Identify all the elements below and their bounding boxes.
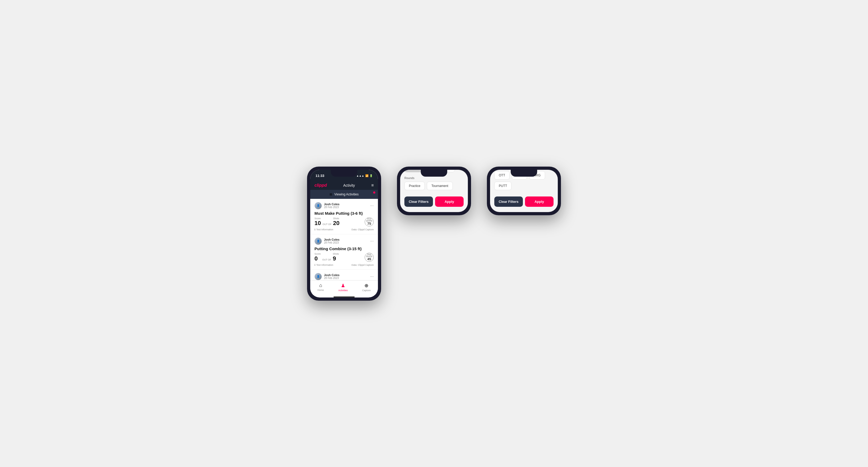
phone-2-inner: 11:33 ▲▲▲ 📶 🔋 clippd Activity ≡ ⊞ Viewin… (400, 170, 468, 212)
phones-container: 11:33 ▲▲▲ 📶 🔋 clippd Activity ≡ ⊞ Viewin… (307, 166, 561, 301)
user-name-2: Josh Coles (324, 238, 340, 241)
notch-1 (331, 170, 357, 177)
score-value-2: 0 (314, 255, 321, 262)
user-name-3: Josh Coles (324, 274, 340, 277)
shots-value-1: 20 (333, 220, 339, 227)
clear-filters-btn-3[interactable]: Clear Filters (494, 196, 523, 207)
wifi-icon: 📶 (365, 174, 368, 177)
filter-btn-putt-3[interactable]: PUTT (494, 182, 512, 190)
status-icons-1: ▲▲▲ 📶 🔋 (356, 174, 373, 177)
capture-icon-1: ⊕ (365, 283, 368, 288)
activity-footer-2: ℹ Test Information Data: Clippd Capture (314, 263, 374, 266)
nav-activities-1[interactable]: ♟ Activities (338, 283, 348, 292)
battery-icon: 🔋 (369, 174, 373, 177)
user-info-2: 👤 Josh Coles 28 Feb 2023 (314, 238, 340, 245)
activity-item-3-header: 👤 Josh Coles 28 Feb 2023 ··· (314, 273, 374, 280)
red-dot-1 (373, 191, 375, 193)
test-info-2: ℹ Test Information (314, 263, 333, 266)
stats-col-score-1: Score 10 (314, 217, 321, 227)
stats-col-shots-1: Shots 20 (333, 217, 339, 227)
capture-label-1: Capture (362, 289, 371, 292)
activity-footer-1: ℹ Test Information Data: Clippd Capture (314, 228, 374, 231)
notch-2 (421, 170, 447, 177)
activities-label-1: Activities (338, 289, 348, 292)
stats-col-shots-2: Shots 9 (333, 253, 339, 262)
activity-item-1-header: 👤 Josh Coles 28 Feb 2023 ··· (314, 202, 374, 210)
nav-home-1[interactable]: ⌂ Home (317, 283, 324, 291)
avatar-img-3: 👤 (315, 273, 321, 280)
phone-2: 11:33 ▲▲▲ 📶 🔋 clippd Activity ≡ ⊞ Viewin… (397, 166, 471, 215)
phone-3: 11:33 ▲▲▲ 📶 🔋 clippd Activity ≡ ⊞ Viewin… (487, 166, 561, 215)
sq-label-1: Shot Quality (365, 218, 373, 222)
shot-quality-badge-1: Shot Quality 75 (365, 217, 374, 226)
user-name-block-2: Josh Coles 28 Feb 2023 (324, 238, 340, 244)
activity-item-2-header: 👤 Josh Coles 28 Feb 2023 ··· (314, 238, 374, 245)
viewing-bar-1[interactable]: ⊞ Viewing Activities (310, 190, 378, 199)
app-title-1: Activity (343, 183, 355, 187)
filter-btn-tournament-2[interactable]: Tournament (427, 182, 453, 190)
user-name-block-1: Josh Coles 28 Feb 2023 (324, 203, 340, 209)
more-dots-2[interactable]: ··· (370, 239, 374, 244)
status-time-1: 11:33 (315, 174, 324, 178)
score-value-1: 10 (314, 220, 321, 227)
sq-value-1: 75 (365, 222, 373, 225)
user-date-2: 28 Feb 2023 (324, 241, 340, 244)
info-icon-1: ℹ (314, 228, 315, 231)
avatar-img-1: 👤 (315, 202, 321, 209)
avatar-3: 👤 (314, 273, 322, 280)
filter-rounds-label-2: Rounds (404, 176, 464, 180)
score-label-2: Score (314, 253, 321, 255)
shot-quality-col-1: Shot Quality 75 (365, 218, 373, 225)
apply-btn-3[interactable]: Apply (525, 196, 554, 207)
info-icon-2: ℹ (314, 263, 315, 266)
filter-btn-practice-2[interactable]: Practice (404, 182, 425, 190)
filter-btn-ott-3[interactable]: OTT (494, 171, 509, 180)
avatar-2: 👤 (314, 238, 322, 245)
clear-filters-btn-2[interactable]: Clear Filters (404, 196, 433, 207)
sq-value-2: 45 (365, 257, 373, 261)
viewing-bar-text-1: Viewing Activities (334, 192, 359, 196)
home-bar-1 (334, 297, 355, 298)
filter-icon-1: ⊞ (330, 192, 332, 196)
phone-3-inner: 11:33 ▲▲▲ 📶 🔋 clippd Activity ≡ ⊞ Viewin… (490, 170, 558, 212)
test-info-1: ℹ Test Information (314, 228, 333, 231)
more-dots-3[interactable]: ··· (370, 274, 374, 279)
stats-row-1: Score 10 OUT OF Shots 20 Shot Quality 75 (314, 217, 374, 227)
activity-list-1: 👤 Josh Coles 28 Feb 2023 ··· Must Make P… (310, 199, 378, 280)
more-dots-1[interactable]: ··· (370, 204, 374, 208)
activity-title-2: Putting Combine (3-15 ft) (314, 246, 374, 251)
shot-quality-badge-2: Shot Quality 45 (365, 253, 374, 262)
phone-1: 11:33 ▲▲▲ 📶 🔋 clippd Activity ≡ ⊞ Viewin… (307, 166, 381, 301)
filter-rounds-buttons-2: Practice Tournament (404, 182, 464, 190)
phone-1-inner: 11:33 ▲▲▲ 📶 🔋 clippd Activity ≡ ⊞ Viewin… (310, 170, 378, 298)
user-date-1: 28 Feb 2023 (324, 206, 340, 209)
user-date-3: 28 Feb 2023 (324, 277, 340, 280)
shots-label-2: Shots (333, 253, 339, 255)
apply-btn-2[interactable]: Apply (435, 196, 464, 207)
app-header-1: clippd Activity ≡ (310, 181, 378, 190)
menu-icon-1[interactable]: ≡ (371, 183, 374, 188)
user-name-1: Josh Coles (324, 203, 340, 206)
data-source-2: Data: Clippd Capture (351, 263, 374, 266)
test-info-label-2: Test Information (316, 263, 333, 266)
activity-item-1: 👤 Josh Coles 28 Feb 2023 ··· Must Make P… (310, 199, 378, 234)
activity-item-2: 👤 Josh Coles 28 Feb 2023 ··· Putting Com… (310, 234, 378, 270)
outof-1: OUT OF (322, 223, 331, 227)
user-name-block-3: Josh Coles 28 Feb 2023 (324, 274, 340, 280)
activity-title-1: Must Make Putting (3-6 ft) (314, 211, 374, 216)
filter-actions-2: Clear Filters Apply (404, 196, 464, 207)
user-info-3: 👤 Josh Coles 28 Feb 2023 (314, 273, 340, 280)
outof-2: OUT OF (322, 258, 331, 262)
shot-quality-col-2: Shot Quality 45 (365, 253, 373, 261)
avatar-img-2: 👤 (315, 238, 321, 245)
shots-value-2: 9 (333, 255, 339, 262)
avatar-1: 👤 (314, 202, 322, 210)
data-source-1: Data: Clippd Capture (351, 228, 374, 231)
home-icon-1: ⌂ (319, 283, 322, 288)
score-label-1: Score (314, 217, 321, 220)
nav-capture-1[interactable]: ⊕ Capture (362, 283, 371, 292)
activities-icon-1: ♟ (341, 283, 345, 288)
home-label-1: Home (317, 289, 324, 291)
stats-row-2: Score 0 OUT OF Shots 9 Shot Quality 45 (314, 253, 374, 262)
notch-3 (511, 170, 537, 177)
